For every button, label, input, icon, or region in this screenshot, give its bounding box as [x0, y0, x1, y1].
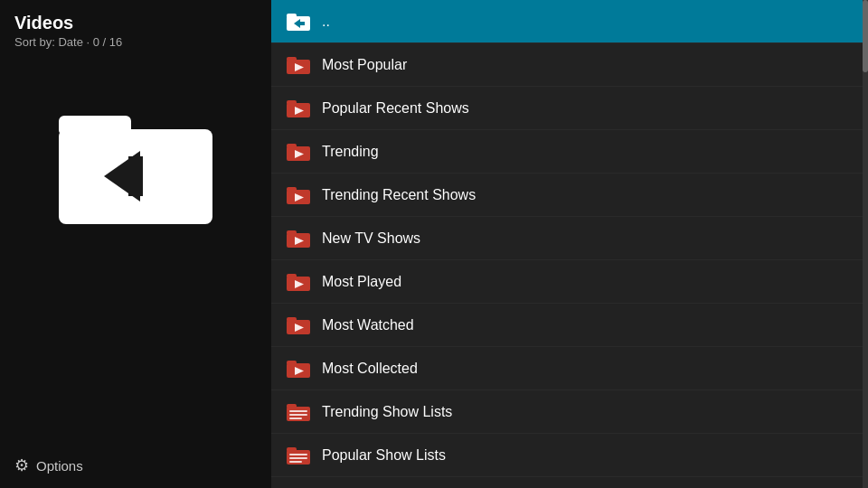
- folder-video-icon: [286, 272, 311, 292]
- left-panel: Videos Sort by: Date · 0 / 16 ⚙ Options: [0, 0, 271, 488]
- svg-rect-1: [59, 116, 131, 136]
- list-item-most-collected[interactable]: Most Collected: [271, 347, 868, 390]
- svg-rect-33: [287, 404, 297, 408]
- item-label-trending-recent-shows: Trending Recent Shows: [322, 187, 476, 203]
- folder-icon-container: [0, 98, 271, 233]
- svg-rect-36: [289, 418, 302, 419]
- svg-rect-21: [287, 230, 297, 235]
- list-item-popular-recent-shows[interactable]: Popular Recent Shows: [271, 87, 868, 130]
- right-panel: .. Most Popular Popular Recent Shows Tre…: [271, 0, 868, 488]
- list-item-popular-show-lists[interactable]: Popular Show Lists: [271, 434, 868, 477]
- scrollbar[interactable]: [863, 0, 868, 488]
- svg-rect-34: [289, 410, 307, 412]
- page-title: Videos: [14, 13, 257, 33]
- list-item-new-tv-shows[interactable]: New TV Shows: [271, 217, 868, 260]
- item-label-trending: Trending: [322, 144, 379, 160]
- header: Videos Sort by: Date · 0 / 16: [0, 0, 271, 52]
- folder-video-icon: [286, 185, 311, 205]
- folder-video-icon: [286, 55, 311, 75]
- list-item-most-played[interactable]: Most Played: [271, 260, 868, 304]
- folder-video-icon: [286, 99, 311, 118]
- folder-video-icon: [286, 315, 311, 335]
- list-item-most-watched[interactable]: Most Watched: [271, 304, 868, 347]
- list-item-most-popular[interactable]: Most Popular: [271, 43, 868, 87]
- back-folder-icon: [54, 98, 217, 233]
- svg-rect-35: [289, 414, 307, 416]
- list-item-trending-recent-shows[interactable]: Trending Recent Shows: [271, 174, 868, 217]
- svg-rect-24: [287, 274, 297, 278]
- svg-rect-12: [287, 100, 297, 105]
- svg-rect-30: [287, 361, 297, 365]
- item-label-new-tv-shows: New TV Shows: [322, 230, 420, 247]
- back-folder-icon: [286, 12, 311, 32]
- item-label-popular-recent-shows: Popular Recent Shows: [322, 100, 469, 117]
- folder-video-icon: [286, 359, 311, 379]
- svg-rect-39: [289, 454, 307, 455]
- svg-rect-7: [300, 22, 305, 25]
- item-label-trending-show-lists: Trending Show Lists: [322, 404, 452, 420]
- item-label-most-collected: Most Collected: [322, 361, 418, 377]
- item-label-most-played: Most Played: [322, 274, 401, 290]
- svg-rect-5: [287, 14, 297, 18]
- list-item-recently-updated[interactable]: Recently Updated: [271, 477, 868, 488]
- options-icon: ⚙: [14, 455, 29, 475]
- options-label: Options: [36, 458, 83, 474]
- svg-rect-38: [287, 447, 297, 452]
- folder-list-icon: [286, 446, 311, 465]
- scrollbar-thumb: [863, 0, 868, 72]
- svg-rect-40: [289, 457, 307, 459]
- list-container: .. Most Popular Popular Recent Shows Tre…: [271, 0, 868, 488]
- options-bar[interactable]: ⚙ Options: [0, 443, 271, 488]
- item-label-most-watched: Most Watched: [322, 317, 414, 333]
- svg-rect-41: [289, 461, 302, 463]
- folder-list-icon: [286, 402, 311, 422]
- svg-rect-27: [287, 317, 297, 322]
- svg-rect-9: [287, 57, 297, 61]
- svg-rect-18: [287, 187, 297, 192]
- svg-rect-15: [287, 144, 297, 148]
- list-item-trending-show-lists[interactable]: Trending Show Lists: [271, 390, 868, 434]
- folder-video-icon: [286, 142, 311, 162]
- item-label-most-popular: Most Popular: [322, 57, 407, 73]
- item-label-back: ..: [322, 14, 330, 30]
- page-subtitle: Sort by: Date · 0 / 16: [14, 35, 257, 49]
- folder-video-icon: [286, 229, 311, 249]
- list-item-trending[interactable]: Trending: [271, 130, 868, 174]
- list-item-back[interactable]: ..: [271, 0, 868, 43]
- item-label-popular-show-lists: Popular Show Lists: [322, 447, 446, 464]
